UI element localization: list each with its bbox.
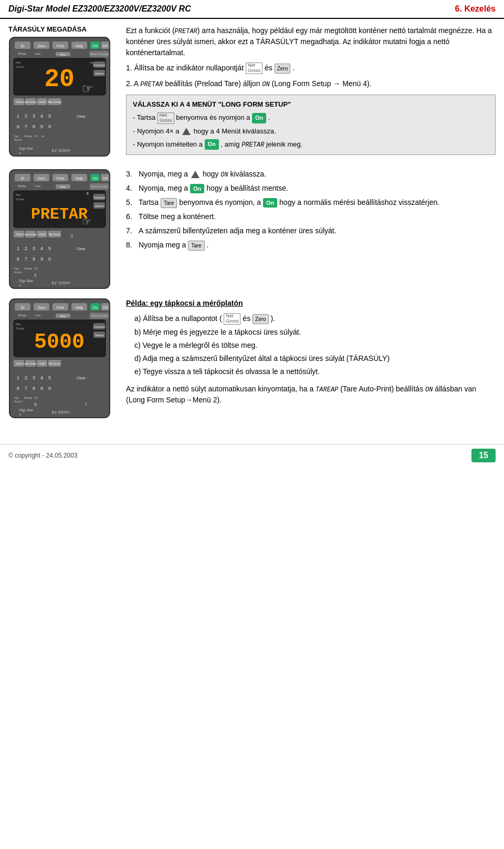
step8: 8. Nyomja meg a Tare . xyxy=(126,240,496,251)
svg-text:5: 5 xyxy=(34,273,37,278)
step2-text: 2. A PRETAR beállítás (Preload Tare) áll… xyxy=(126,78,496,89)
svg-text:5: 5 xyxy=(48,113,51,119)
svg-text:9: 9 xyxy=(40,124,43,129)
svg-text:☞: ☞ xyxy=(82,216,91,227)
svg-text:2: 2 xyxy=(25,113,27,119)
step1-text: 1. Állítsa be az indikátor nullapontját … xyxy=(126,63,496,74)
svg-text:Digi-Star: Digi-Star xyxy=(19,147,34,151)
step5-num: 5. xyxy=(126,197,139,208)
svg-text:7: 7 xyxy=(85,402,87,407)
device1-container: TÁRASÚLY MEGADÁSA ID Zero Print Help ON … xyxy=(8,25,113,157)
section1-layout: TÁRASÚLY MEGADÁSA ID Zero Print Help ON … xyxy=(8,25,496,160)
net-gross-badge3: Net Gross xyxy=(224,313,240,325)
svg-text:Function: Function xyxy=(93,325,105,328)
device1-illustration: ID Zero Print Help ON Off Wedge Load Pri… xyxy=(8,36,111,157)
copyright-label: © copyright - 24.05.2003 xyxy=(8,452,78,459)
step4: 4. Nyomja, meg a On hogy a beállítást me… xyxy=(126,183,496,194)
zero-badge: Zero xyxy=(275,64,291,74)
net-gross-badge2: Net Gross xyxy=(158,112,174,124)
svg-text:Gross: Gross xyxy=(16,198,24,201)
highlight-line3: - Nyomjon ismételten a On , amíg PRETAR … xyxy=(133,139,489,150)
svg-text:Off: Off xyxy=(102,177,107,180)
svg-text:Print: Print xyxy=(57,306,64,309)
svg-text:7: 7 xyxy=(25,256,27,262)
step3: 3. Nyomja, meg a hogy ON kiválassza. xyxy=(126,169,496,180)
step4-num: 4. xyxy=(126,183,139,194)
step3-text: Nyomja, meg a hogy ON kiválassza. xyxy=(139,169,266,180)
svg-text:Off: Off xyxy=(102,306,107,309)
on-badge1: On xyxy=(252,113,266,123)
svg-text:Hold: Hold xyxy=(39,100,45,103)
svg-text:Load Unload: Load Unload xyxy=(23,233,38,236)
svg-text:Clear: Clear xyxy=(77,247,86,251)
svg-text:Zero: Zero xyxy=(38,306,46,309)
svg-text:Net Gross: Net Gross xyxy=(49,233,61,236)
example-title-para: Példa: egy tápkocsi a mérőplatón xyxy=(126,298,496,309)
svg-text:1/2: 1/2 xyxy=(34,396,38,399)
on-badge-step4: On xyxy=(190,184,204,194)
on-badge2: On xyxy=(205,139,219,150)
svg-text:8: 8 xyxy=(33,256,35,262)
svg-text:20: 20 xyxy=(44,65,75,94)
svg-text:Timer Counter: Timer Counter xyxy=(89,53,109,56)
svg-text:1/2: 1/2 xyxy=(34,267,38,270)
example-item-c: c) Vegye le a mérlegről és töltse meg. xyxy=(134,340,496,351)
example-item-b: b) Mérje meg és jegyezze le a tápkocsi ü… xyxy=(134,327,496,338)
svg-text:7: 7 xyxy=(25,386,27,391)
svg-text:Gross: Gross xyxy=(16,65,24,68)
svg-text:EZ 3200V: EZ 3200V xyxy=(51,281,70,285)
svg-text:Select: Select xyxy=(95,72,104,75)
svg-text:4: 4 xyxy=(40,375,43,380)
svg-text:9: 9 xyxy=(40,256,43,262)
svg-text:Load: Load xyxy=(35,184,40,188)
on-badge-step5: On xyxy=(263,198,277,208)
svg-text:Wedge: Wedge xyxy=(18,314,26,317)
svg-text:4: 4 xyxy=(40,246,43,251)
svg-text:5000: 5000 xyxy=(34,330,85,354)
svg-text:8: 8 xyxy=(34,402,37,407)
svg-text:Load: Load xyxy=(35,52,40,55)
svg-text:Clear: Clear xyxy=(77,115,86,118)
svg-text:Net Gross: Net Gross xyxy=(49,362,61,365)
svg-text:Tare: Tare xyxy=(16,362,22,365)
svg-text:Print: Print xyxy=(60,53,66,56)
svg-text:ID: ID xyxy=(21,177,25,180)
svg-text:Accum: Accum xyxy=(14,138,22,141)
svg-text:Zero: Zero xyxy=(38,177,46,180)
highlight-line2: - Nyomjon 4× a hogy a 4 Menüt kiválassza… xyxy=(133,126,489,137)
svg-text:3: 3 xyxy=(33,375,35,380)
svg-text:ID: ID xyxy=(21,44,25,48)
svg-text:Ingr: Ingr xyxy=(14,134,19,138)
svg-text:Wedge: Wedge xyxy=(18,184,26,188)
zero-badge2: Zero xyxy=(253,314,269,324)
svg-text:Net: Net xyxy=(16,193,21,196)
svg-text:6: 6 xyxy=(17,124,19,129)
highlight-box: VÁLASSZA KI A 4 MENÜT "LONG FORM SETUP" … xyxy=(126,95,496,155)
svg-text:9: 9 xyxy=(40,386,43,391)
page-footer: © copyright - 24.05.2003 15 xyxy=(0,444,504,467)
svg-text:5: 5 xyxy=(48,375,51,380)
svg-text:Function: Function xyxy=(93,196,105,199)
example-text: Példa: egy tápkocsi a mérőplatón a) Állí… xyxy=(122,298,496,410)
svg-text:Hold: Hold xyxy=(39,233,45,236)
step6: 6. Töltse meg a konténert. xyxy=(126,211,496,222)
svg-text:Ingr: Ingr xyxy=(14,396,19,399)
step5-text: Tartsa Tare benyomva és nyomjon, a On ho… xyxy=(139,197,439,208)
example-title: Példa: egy tápkocsi a mérőplatón xyxy=(126,299,243,307)
svg-text:Function: Function xyxy=(93,64,105,67)
svg-text:0: 0 xyxy=(48,386,51,391)
svg-text:3: 3 xyxy=(33,113,35,119)
svg-text:Load Unload: Load Unload xyxy=(22,100,39,103)
svg-text:1: 1 xyxy=(17,375,19,380)
svg-text:Net: Net xyxy=(16,61,21,64)
svg-text:0: 0 xyxy=(48,256,51,262)
section-title-left: TÁRASÚLY MEGADÁSA xyxy=(8,25,113,33)
svg-text:Load: Load xyxy=(35,314,40,317)
step4-text: Nyomja, meg a On hogy a beállítást ments… xyxy=(139,183,288,194)
svg-text:EZ 3200V: EZ 3200V xyxy=(51,148,70,153)
page-content: TÁRASÚLY MEGADÁSA ID Zero Print Help ON … xyxy=(0,19,504,433)
svg-text:Help: Help xyxy=(76,306,83,310)
step7-text: A számszerű billentyűzeten adja meg a ko… xyxy=(139,225,337,236)
step7: 7. A számszerű billentyűzeten adja meg a… xyxy=(126,225,496,236)
svg-text:1/2: 1/2 xyxy=(34,134,38,138)
